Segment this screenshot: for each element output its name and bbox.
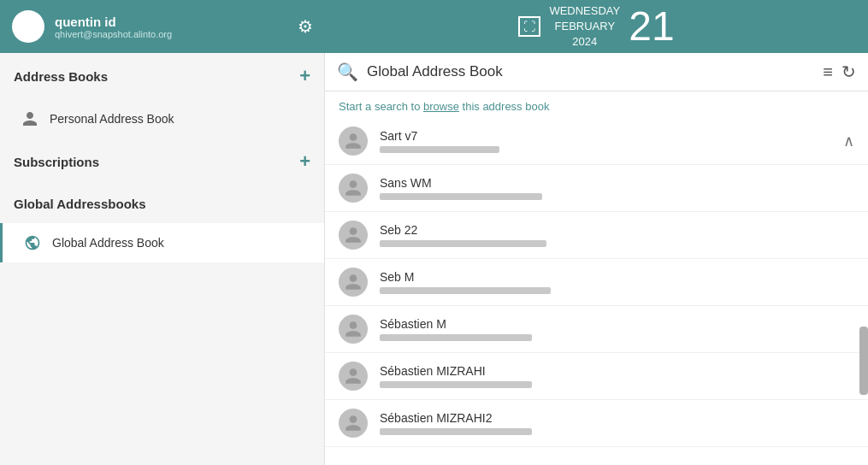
- contact-info: Seb M: [380, 270, 854, 294]
- contact-info: Sébastien M: [380, 317, 854, 341]
- subscriptions-section[interactable]: Subscriptions +: [0, 138, 324, 185]
- right-panel: 🔍 Global Address Book ≡ ↻ Start a search…: [325, 53, 868, 465]
- info-message-end: this address book: [459, 100, 550, 113]
- sidebar: Address Books + Personal Address Book Su…: [0, 53, 325, 465]
- expand-icon[interactable]: ⛶: [518, 16, 540, 37]
- contact-detail-bar: [380, 287, 551, 294]
- global-address-book-icon: [23, 233, 42, 252]
- contact-info: Sart v7: [380, 129, 831, 153]
- contact-avatar: [339, 268, 368, 297]
- day-name: WEDNESDAY: [549, 3, 620, 19]
- add-address-book-icon[interactable]: +: [299, 65, 310, 87]
- year: 2024: [549, 34, 620, 50]
- refresh-icon[interactable]: ↻: [841, 62, 856, 82]
- user-section: quentin id qhivert@snapshot.alinto.org ⚙: [0, 0, 325, 53]
- contact-detail-bar: [380, 193, 542, 200]
- global-addressbooks-label: Global Addressbooks: [14, 197, 145, 211]
- contact-info: Sébastien MIZRAHI: [380, 364, 854, 388]
- contact-name: Seb M: [380, 270, 854, 284]
- contact-name: Sans WM: [380, 176, 854, 190]
- contact-detail-bar: [380, 146, 499, 153]
- subscriptions-label: Subscriptions: [14, 155, 99, 169]
- sidebar-item-personal-address-book[interactable]: Personal Address Book: [0, 99, 324, 138]
- contact-avatar: [339, 409, 368, 438]
- contact-detail-bar: [380, 428, 532, 435]
- date-text: WEDNESDAY FEBRUARY 2024: [549, 3, 620, 50]
- user-info: quentin id qhivert@snapshot.alinto.org: [55, 15, 287, 39]
- contact-detail-bar: [380, 381, 532, 388]
- info-message-start: Start a search to: [339, 100, 423, 113]
- contact-item[interactable]: Sébastien MIZRAHI: [325, 353, 868, 400]
- contact-item[interactable]: Sébastien M: [325, 306, 868, 353]
- day-number: 21: [629, 6, 674, 47]
- contact-info: Sans WM: [380, 176, 854, 200]
- add-subscription-icon[interactable]: +: [299, 150, 310, 173]
- global-address-book-label: Global Address Book: [52, 236, 164, 250]
- contact-item[interactable]: Sans WM: [325, 165, 868, 212]
- scrollbar-thumb[interactable]: [859, 327, 868, 395]
- contact-name: Sart v7: [380, 129, 831, 143]
- contact-list: Sart v7∧Sans WMSeb 22Seb MSébastien MSéb…: [325, 118, 868, 465]
- browse-link[interactable]: browse: [423, 100, 459, 113]
- contact-item[interactable]: Sébastien MIZRAHI2: [325, 400, 868, 447]
- contact-avatar: [339, 127, 368, 156]
- collapse-icon[interactable]: ∧: [843, 132, 854, 150]
- search-bar: 🔍 Global Address Book ≡ ↻: [325, 53, 868, 91]
- contact-item[interactable]: Sart v7∧: [325, 118, 868, 165]
- user-email: qhivert@snapshot.alinto.org: [55, 29, 287, 39]
- contact-detail-bar: [380, 334, 532, 341]
- contact-name: Sébastien MIZRAHI: [380, 364, 854, 378]
- contact-avatar: [339, 221, 368, 250]
- date-section: ⛶ WEDNESDAY FEBRUARY 2024 21: [325, 3, 868, 50]
- contact-detail-bar: [380, 240, 546, 247]
- personal-address-book-label: Personal Address Book: [50, 112, 174, 126]
- info-message: Start a search to browse this address bo…: [325, 91, 868, 118]
- contact-name: Seb 22: [380, 223, 854, 237]
- search-icon: 🔍: [337, 62, 358, 82]
- contact-item[interactable]: Seb M: [325, 259, 868, 306]
- contact-info: Seb 22: [380, 223, 854, 247]
- contact-avatar: [339, 362, 368, 391]
- personal-address-book-icon: [21, 109, 39, 128]
- sort-icon[interactable]: ≡: [823, 62, 833, 82]
- contact-name: Sébastien MIZRAHI2: [380, 411, 854, 425]
- contact-name: Sébastien M: [380, 317, 854, 331]
- user-name: quentin id: [55, 15, 287, 29]
- user-avatar: [12, 10, 44, 43]
- contact-item[interactable]: Seb 22: [325, 212, 868, 259]
- month-name: FEBRUARY: [549, 19, 620, 34]
- address-books-section[interactable]: Address Books +: [0, 53, 324, 99]
- contact-info: Sébastien MIZRAHI2: [380, 411, 854, 435]
- settings-icon[interactable]: ⚙: [298, 16, 313, 37]
- sidebar-item-global-address-book[interactable]: Global Address Book: [0, 223, 324, 262]
- contact-avatar: [339, 174, 368, 203]
- address-books-label: Address Books: [14, 69, 108, 84]
- global-addressbooks-header: Global Addressbooks: [0, 185, 324, 223]
- search-title[interactable]: Global Address Book: [367, 63, 814, 80]
- contact-avatar: [339, 315, 368, 344]
